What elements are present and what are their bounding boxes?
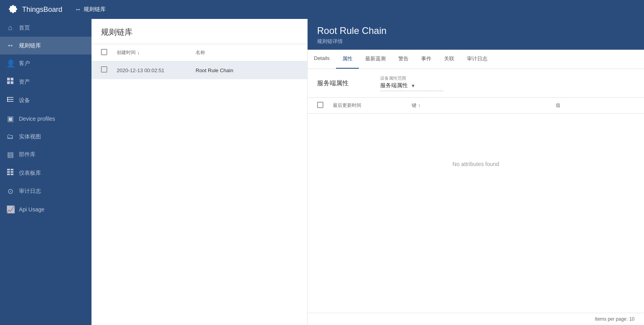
dashboards-icon [6, 168, 14, 177]
sidebar: ⌂ 首页 ↔ 规则链库 👤 客户 资产 [0, 19, 91, 325]
sidebar-item-customers-label: 客户 [19, 60, 30, 67]
header-date-label: 创建时间 [117, 49, 136, 56]
sidebar-item-assets-label: 资产 [19, 78, 30, 86]
sidebar-item-devices-label: 设备 [19, 97, 30, 104]
attr-table-header: 最后更新时间 键 ↑ 值 [308, 98, 644, 114]
attr-header-key-label: 键 [412, 102, 416, 109]
gear-icon [6, 3, 19, 16]
rule-chain-nav-icon: ↔ [75, 6, 81, 13]
sidebar-item-home-label: 首页 [19, 24, 30, 32]
no-data-message: No attributes found [308, 114, 644, 215]
widgets-icon: ▤ [6, 150, 14, 159]
detail-panel: Root Rule Chain 规则链详情 Details 属性 最新遥测 警告 [308, 19, 644, 325]
header-name-col: 名称 [196, 49, 298, 56]
server-attr-row: 服务端属性 设备属性范围 服务端属性 ▾ [308, 69, 644, 98]
sidebar-item-customers[interactable]: 👤 客户 [0, 54, 91, 73]
dropdown-icon: ▾ [412, 82, 443, 89]
sidebar-item-api-usage-label: Api Usage [19, 206, 45, 213]
main-layout: ⌂ 首页 ↔ 规则链库 👤 客户 资产 [0, 19, 644, 325]
items-per-page-label: Items per page: [595, 316, 627, 322]
svg-rect-2 [11, 78, 13, 80]
server-attr-label: 服务端属性 [317, 79, 364, 88]
devices-icon [6, 96, 14, 105]
svg-rect-7 [7, 101, 13, 102]
sidebar-item-widgets[interactable]: ▤ 部件库 [0, 146, 91, 164]
header-name-label: 名称 [196, 50, 205, 55]
header-check-col [101, 49, 117, 56]
svg-rect-8 [7, 97, 8, 102]
row-check-col [101, 66, 117, 74]
header-date-col[interactable]: 创建时间 ↓ [117, 49, 196, 56]
sidebar-item-dashboards-label: 仪表板库 [19, 170, 41, 177]
home-icon: ⌂ [6, 24, 14, 32]
svg-rect-12 [11, 171, 13, 173]
row-name-col: Root Rule Chain [196, 67, 298, 73]
topbar-nav-label: 规则链库 [84, 6, 106, 13]
device-profiles-icon: ▣ [6, 114, 14, 123]
items-per-page-value: 10 [629, 316, 635, 322]
sidebar-item-entity-views[interactable]: 🗂 实体视图 [0, 128, 91, 146]
tab-attributes[interactable]: 属性 [336, 50, 359, 69]
detail-header: Root Rule Chain 规则链详情 [308, 19, 644, 50]
svg-rect-11 [7, 171, 10, 173]
app-name: ThingsBoard [22, 6, 62, 14]
svg-rect-5 [7, 97, 13, 98]
svg-rect-10 [11, 169, 13, 170]
attr-header-check [317, 102, 333, 109]
attr-header-date-label: 最后更新时间 [333, 103, 361, 108]
sidebar-item-device-profiles-label: Device profiles [19, 116, 55, 122]
sidebar-item-dashboards[interactable]: 仪表板库 [0, 164, 91, 182]
svg-rect-14 [11, 174, 13, 175]
list-panel: 规则链库 创建时间 ↓ 名称 2020-1 [91, 19, 308, 325]
tab-details[interactable]: Details [308, 50, 336, 69]
tabs-bar: Details 属性 最新遥测 警告 事件 关联 审计日志 [308, 50, 644, 69]
sidebar-item-device-profiles[interactable]: ▣ Device profiles [0, 110, 91, 128]
svg-rect-6 [7, 99, 13, 100]
date-sort-icon: ↓ [137, 50, 140, 56]
row-checkbox[interactable] [101, 66, 107, 73]
row-name: Root Rule Chain [196, 67, 233, 73]
detail-subtitle: 规则链详情 [317, 38, 635, 45]
audit-log-icon: ⊙ [6, 187, 14, 196]
row-date-col: 2020-12-13 00:02:51 [117, 67, 196, 73]
list-panel-title: 规则链库 [101, 27, 298, 37]
attr-scope-value: 服务端属性 [380, 82, 412, 89]
svg-rect-13 [7, 174, 10, 175]
entity-views-icon: 🗂 [6, 133, 14, 141]
tab-events[interactable]: 事件 [415, 50, 438, 69]
row-date: 2020-12-13 00:02:51 [117, 67, 164, 73]
sidebar-item-audit-log[interactable]: ⊙ 审计日志 [0, 182, 91, 200]
attr-header-key[interactable]: 键 ↑ [412, 102, 556, 109]
attr-scope-selector: 设备属性范围 服务端属性 ▾ [380, 75, 443, 91]
attr-header-value-label: 值 [556, 103, 560, 108]
api-usage-icon: 📈 [6, 205, 14, 214]
attr-select-all-checkbox[interactable] [317, 102, 323, 108]
sidebar-item-home[interactable]: ⌂ 首页 [0, 19, 91, 37]
attr-scope-select[interactable]: 服务端属性 ▾ [380, 82, 443, 91]
table-header: 创建时间 ↓ 名称 [91, 44, 307, 62]
content-area: 规则链库 创建时间 ↓ 名称 2020-1 [91, 19, 644, 325]
select-all-checkbox[interactable] [101, 49, 107, 55]
tab-audit-log[interactable]: 审计日志 [461, 50, 494, 69]
sidebar-item-api-usage[interactable]: 📈 Api Usage [0, 200, 91, 219]
rule-chain-icon: ↔ [6, 41, 14, 50]
tab-relations[interactable]: 关联 [438, 50, 461, 69]
key-sort-icon: ↑ [418, 103, 420, 108]
detail-title: Root Rule Chain [317, 25, 635, 36]
sidebar-item-devices[interactable]: 设备 [0, 91, 91, 110]
attr-scope-label: 设备属性范围 [380, 75, 443, 81]
topbar-nav: ↔ 规则链库 [75, 6, 106, 13]
tab-latest-telemetry[interactable]: 最新遥测 [359, 50, 392, 69]
list-panel-header: 规则链库 [91, 19, 307, 44]
sidebar-item-rule-chain-label: 规则链库 [19, 42, 41, 49]
sidebar-item-entity-views-label: 实体视图 [19, 133, 41, 140]
tab-alarms[interactable]: 警告 [392, 50, 415, 69]
customers-icon: 👤 [6, 59, 14, 68]
attributes-section: 服务端属性 设备属性范围 服务端属性 ▾ 最后更新时 [308, 69, 644, 313]
app-logo: ThingsBoard [6, 3, 62, 16]
svg-rect-1 [7, 78, 10, 80]
sidebar-item-rule-chain[interactable]: ↔ 规则链库 [0, 37, 91, 54]
table-row[interactable]: 2020-12-13 00:02:51 Root Rule Chain [91, 62, 307, 79]
svg-rect-9 [7, 169, 10, 170]
sidebar-item-assets[interactable]: 资产 [0, 73, 91, 91]
